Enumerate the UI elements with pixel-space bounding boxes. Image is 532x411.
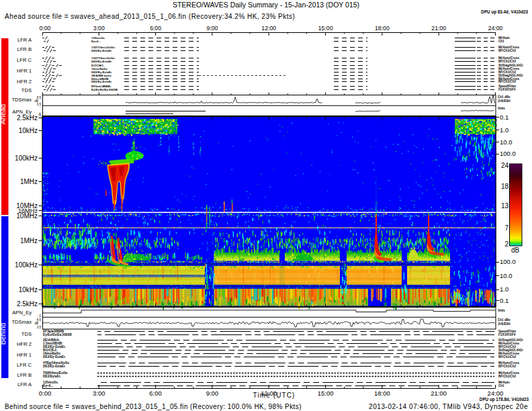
svg-text:Ahead source file = swaves_ahe: Ahead source file = swaves_ahead_2013_01… [5,13,295,20]
svg-text:13: 13 [501,202,509,210]
svg-text:6:00: 6:00 [150,25,161,32]
svg-text:TDSmax: TDSmax [11,319,32,325]
svg-text:9:00: 9:00 [206,25,218,32]
svg-text:12:00: 12:00 [261,25,276,32]
svg-text:21:00: 21:00 [431,390,447,397]
svg-text:BF/Ch1/Ch2: BF/Ch1/Ch2 [498,60,516,63]
svg-text:21:00: 21:00 [431,25,446,32]
svg-text:DE2/Ey-Ez/aEr.: DE2/Ey-Ez/aEr. [43,355,66,359]
svg-text:Ahead: Ahead [0,104,7,125]
svg-text:Volts: Volts [498,309,505,312]
svg-text:DPU up 178.8d, V410d23: DPU up 178.8d, V410d23 [480,397,529,402]
svg-text:18: 18 [501,183,509,190]
svg-text:2013-02-14 07:46:00, TMlib V94: 2013-02-14 07:46:00, TMlib V943, Dynspec… [369,403,528,410]
svg-text:Ey/Ez/Ex/Ea,5000B: Ey/Ez/Ex/Ea,5000B [43,333,72,336]
svg-text:24:00: 24:00 [488,25,503,32]
svg-text:10.0: 10.0 [500,272,513,279]
svg-text:LFR B: LFR B [17,372,32,378]
svg-text:DE2/Ey-Ez/aEr.: DE2/Ey-Ez/aEr. [91,80,112,83]
svg-text:LFR A: LFR A [17,381,32,387]
svg-text:HFR 2: HFR 2 [17,341,32,347]
svg-text:TDSmax: TDSmax [11,97,32,103]
svg-text:F1/F2/F3/F4: F1/F2/F3/F4 [498,88,516,91]
svg-text:JU0/E0H: JU0/E0H [498,99,511,103]
svg-text:F1/F2/F3/F4: F1/F2/F3/F4 [498,333,516,336]
svg-text:100.0: 100.0 [500,150,516,157]
svg-text:-1: -1 [38,314,42,318]
svg-text:BF/Ch1/Ch2: BF/Ch1/Ch2 [498,375,516,378]
svg-text:0.1: 0.1 [500,297,508,304]
svg-text:100.0: 100.0 [500,258,516,265]
svg-text:24: 24 [501,162,509,169]
svg-text:1MHz: 1MHz [20,237,38,244]
svg-text:3.5: 3.5 [37,103,42,106]
svg-text:Ey=0...: Ey=0... [91,40,101,43]
svg-text:9:00: 9:00 [206,390,219,397]
svg-text:BF/Ch1/Ch2: BF/Ch1/Ch2 [498,80,516,83]
svg-text:18:00: 18:00 [375,25,390,32]
svg-text:Ch1 dBv: Ch1 dBv [498,95,511,99]
svg-text:100kHz: 100kHz [15,154,38,162]
svg-text:DE2/Ey-Ez/aEr.: DE2/Ey-Ez/aEr. [91,60,112,63]
svg-text:0:00: 0:00 [40,25,51,32]
svg-text:Ch1 dBv: Ch1 dBv [498,318,511,322]
svg-text:Ey/Ez/Ex/Ea,5000B: Ey/Ez/Ex/Ea,5000B [91,88,118,91]
svg-text:0:00: 0:00 [39,390,52,397]
svg-text:10MHz: 10MHz [16,212,38,220]
svg-text:HFR 2: HFR 2 [17,79,32,85]
svg-text:0.1: 0.1 [500,113,508,121]
svg-text:1MHz: 1MHz [20,178,38,185]
svg-text:6:00: 6:00 [149,390,162,397]
svg-text:BF/Ch1/Ch2: BF/Ch1/Ch2 [498,365,516,368]
svg-text:2.5kHz: 2.5kHz [17,114,38,122]
svg-text:Ey=0...: Ey=0... [43,384,53,387]
svg-text:APN_Ey: APN_Ey [12,310,32,316]
svg-text:18:00: 18:00 [374,390,390,397]
svg-text:Behind: Behind [0,322,7,345]
svg-text:2.5kHz: 2.5kHz [17,300,38,308]
svg-text:1.0: 1.0 [500,126,508,134]
svg-text:Volts: Volts [498,107,505,110]
svg-text:3:00: 3:00 [93,390,105,397]
svg-text:LFR A: LFR A [17,37,32,43]
svg-text:1.0: 1.0 [500,285,508,293]
svg-text:TDS: TDS [21,87,32,93]
svg-text:DE2/Ey-Ez/aEr.: DE2/Ey-Ez/aEr. [91,49,112,52]
svg-text:STEREO/WAVES Daily Summary - 1: STEREO/WAVES Daily Summary - 15-Jan-2013… [173,1,359,9]
svg-text:24:00: 24:00 [488,390,504,397]
svg-text:Time (UTC): Time (UTC) [253,392,296,399]
svg-text:LFR C: LFR C [17,57,32,63]
svg-text:10.0: 10.0 [500,138,513,146]
svg-text:BF/Ch1/Ch2: BF/Ch1/Ch2 [498,355,516,359]
svg-text:dB: dB [34,322,38,325]
svg-text:BF/Ch1/Ch2: BF/Ch1/Ch2 [498,49,516,52]
svg-text:7: 7 [504,224,508,232]
svg-text:LFR B: LFR B [17,46,32,52]
svg-text:dB: dB [511,246,520,254]
svg-text:DE2/Ey-Ez/aEr.: DE2/Ey-Ez/aEr. [43,365,66,368]
svg-text:3.5: 3.5 [37,326,42,329]
svg-text:3:00: 3:00 [93,25,105,32]
svg-text:HFR 1: HFR 1 [17,352,32,358]
svg-text:100kHz: 100kHz [15,261,38,269]
svg-text:LFR C: LFR C [17,362,32,368]
svg-text:HFR 1: HFR 1 [17,68,32,74]
svg-text:2: 2 [504,240,508,248]
svg-text:JU0/E0H: JU0/E0H [498,322,511,326]
svg-text:10kHz: 10kHz [19,286,38,293]
svg-text:DE2/Ey/aEr.: DE2/Ey/aEr. [43,375,61,378]
svg-text:Ch1: Ch1 [498,40,504,43]
svg-text:TDS: TDS [21,331,32,337]
svg-text:15:00: 15:00 [318,390,334,397]
svg-text:DPU up 83.4d, V410d23: DPU up 83.4d, V410d23 [481,9,528,15]
svg-text:Ch1: Ch1 [498,384,504,387]
svg-text:Behind source file = swaves_be: Behind source file = swaves_behind_2013_… [5,403,302,410]
svg-text:10kHz: 10kHz [19,127,38,134]
svg-text:15:00: 15:00 [318,25,333,32]
svg-text:-1: -1 [38,113,40,116]
